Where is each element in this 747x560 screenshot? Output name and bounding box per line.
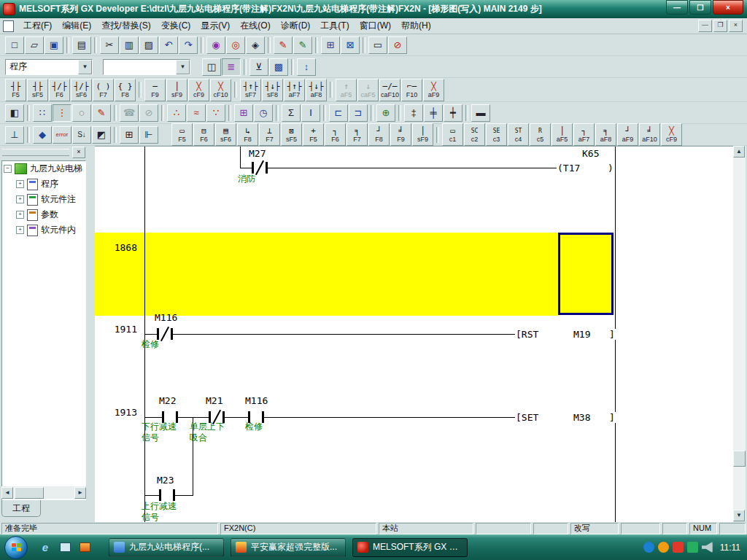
sfc-line4-button[interactable]: ╛F9 — [390, 123, 411, 146]
find-string-button[interactable]: ◈ — [246, 36, 265, 54]
scroll-right-icon[interactable]: ► — [74, 487, 86, 499]
remote-operation-button[interactable]: ⊕ — [376, 104, 395, 122]
rung-up-button[interactable]: ↑aF5 — [336, 79, 357, 101]
nc-contact-M27[interactable] — [252, 162, 268, 174]
sfc-aline4-button[interactable]: ╛aF10 — [639, 123, 660, 146]
minimize-button[interactable]: — — [666, 0, 688, 15]
sfc-vline-button[interactable]: │sF9 — [412, 123, 433, 146]
tray-icon-4[interactable] — [687, 542, 698, 553]
print-button[interactable]: ▤ — [72, 36, 91, 54]
falling-pulse-button[interactable]: ┤↓├sF8 — [262, 79, 283, 101]
scrollbar-thumb[interactable] — [15, 487, 44, 499]
program-combo[interactable]: 程序 ▼ — [5, 59, 93, 75]
window-prev-button[interactable]: ⊏ — [329, 104, 348, 122]
coil-button[interactable]: ( )F7 — [93, 79, 114, 101]
insert-mode-button[interactable]: ✎ — [293, 36, 312, 54]
panel-horizontal-scrollbar[interactable]: ◄ ► — [1, 486, 86, 499]
ladder-cursor-cell[interactable] — [558, 233, 614, 315]
sfc-r-button[interactable]: Rc5 — [530, 123, 551, 146]
tree-item-program[interactable]: + 程序 — [2, 176, 85, 192]
sfc-selection-button[interactable]: +F5 — [303, 123, 324, 146]
delete-horizontal-line-button[interactable]: ╳cF9 — [188, 79, 209, 101]
sfc-dummy-step-button[interactable]: ⊟F6 — [193, 123, 214, 146]
sfc-transition-button[interactable]: ⊠sF5 — [281, 123, 302, 146]
menu-online[interactable]: 在线(O) — [235, 18, 275, 34]
invert-result-button[interactable]: ─/─caF10 — [379, 79, 400, 101]
rising-pulse-button[interactable]: ┤↑├sF7 — [240, 79, 261, 101]
taskbar-clock[interactable]: 11:11 — [720, 542, 740, 553]
show-desktop-icon[interactable] — [58, 540, 72, 556]
menu-project[interactable]: 工程(F) — [18, 18, 57, 34]
panel-splitter[interactable] — [88, 146, 95, 521]
menu-help[interactable]: 帮助(H) — [396, 18, 436, 34]
close-button[interactable]: × — [713, 0, 743, 15]
scroll-down-icon[interactable]: ▼ — [733, 510, 745, 521]
parallel-closed-contact-button[interactable]: ┤/├sF6 — [71, 79, 92, 101]
error-check-button[interactable]: error — [53, 126, 71, 144]
tray-icon-2[interactable] — [658, 542, 669, 553]
device-batch-button[interactable]: ⊞ — [234, 104, 253, 122]
display-screen-button[interactable]: ▭ — [368, 36, 387, 54]
media-player-icon[interactable] — [77, 540, 92, 556]
monitor-start-button[interactable]: Σ — [282, 104, 301, 122]
start-button[interactable] — [4, 536, 28, 559]
sfc-aline1-button[interactable]: ┐aF7 — [573, 123, 595, 146]
device-combo[interactable]: ▼ — [103, 59, 190, 75]
sfc-c1-button[interactable]: ▭c1 — [442, 123, 463, 146]
expand-icon[interactable]: + — [16, 226, 24, 234]
step-number-button[interactable]: S↓ — [72, 126, 91, 144]
parallel-rising-pulse-button[interactable]: ┤↑├aF7 — [284, 79, 305, 101]
zoom-in-button[interactable]: ⊠ — [341, 36, 360, 54]
nc-contact-M116[interactable] — [157, 328, 173, 340]
find-device-button[interactable]: ◎ — [226, 36, 245, 54]
write-mode-button[interactable]: ✎ — [274, 36, 293, 54]
tree-item-parameter[interactable]: + 参数 — [2, 207, 85, 222]
block-convert-button[interactable]: ◆ — [33, 126, 52, 144]
application-instruction-button[interactable]: { }F8 — [115, 79, 136, 101]
tree-item-device-comment[interactable]: + 软元件注 — [2, 192, 85, 207]
project-tree-toggle-button[interactable]: ≣ — [222, 58, 241, 76]
project-data-find-button[interactable]: ◫ — [202, 58, 221, 76]
undo-button[interactable]: ↶ — [159, 36, 178, 54]
no-contact-M23[interactable] — [159, 489, 175, 501]
device-test-button[interactable]: ∴ — [167, 104, 186, 122]
mdi-close-button[interactable]: × — [729, 20, 743, 32]
sfc-se-button[interactable]: SEc3 — [486, 123, 507, 146]
statement-edit-button[interactable]: ∵ — [206, 104, 225, 122]
redo-button[interactable]: ↷ — [179, 36, 198, 54]
mdi-restore-button[interactable]: ❐ — [713, 20, 727, 32]
horizontal-line-button[interactable]: ─F9 — [144, 79, 166, 101]
device-search-button[interactable]: ◌ — [72, 104, 91, 122]
comment-edit-button[interactable]: ≈ — [187, 104, 206, 122]
menu-tools[interactable]: 工具(T) — [315, 18, 354, 34]
statement-display-button[interactable]: ╪ — [424, 104, 443, 122]
zoom-block-button[interactable]: ⊞ — [120, 126, 139, 144]
paste-button[interactable]: ▨ — [139, 36, 158, 54]
expand-icon[interactable]: + — [16, 180, 24, 188]
dropdown-arrow-icon[interactable]: ▼ — [78, 60, 92, 74]
sfc-block-start-button[interactable]: ▤sF6 — [215, 123, 236, 146]
display-mode-button[interactable]: ▬ — [471, 104, 490, 122]
window-next-button[interactable]: ⊐ — [349, 104, 368, 122]
mdi-minimize-button[interactable]: — — [698, 20, 712, 32]
monitor-stop-button[interactable]: I — [301, 104, 320, 122]
panel-drag-grip[interactable] — [2, 149, 69, 156]
menu-window[interactable]: 窗口(W) — [355, 18, 396, 34]
list-display-button[interactable]: ∷ — [33, 104, 52, 122]
menu-diagnostics[interactable]: 诊断(D) — [276, 18, 316, 34]
sfc-avline-button[interactable]: │aF5 — [551, 123, 573, 146]
taskbar-window-pingan[interactable]: 平安赢家超强完整版... — [231, 538, 346, 557]
save-button[interactable]: ▣ — [44, 36, 63, 54]
zoom-cancel-button[interactable]: ⊘ — [388, 36, 407, 54]
sfc-st-button[interactable]: STc4 — [508, 123, 529, 146]
delete-vertical-line-button[interactable]: ╳cF10 — [210, 79, 231, 101]
dropdown-arrow-icon[interactable]: ▼ — [176, 60, 190, 74]
sfc-aline3-button[interactable]: ┘aF9 — [617, 123, 638, 146]
collapse-icon[interactable]: − — [4, 165, 12, 173]
data-swap-button[interactable]: ↕ — [297, 58, 316, 76]
sfc-end-step-button[interactable]: ⊥F7 — [259, 123, 280, 146]
project-tab[interactable]: 工程 — [1, 500, 41, 517]
tray-icon-1[interactable] — [643, 542, 654, 553]
line-erase-button[interactable]: ╳aF9 — [423, 79, 444, 101]
scroll-up-icon[interactable]: ▲ — [733, 146, 745, 158]
